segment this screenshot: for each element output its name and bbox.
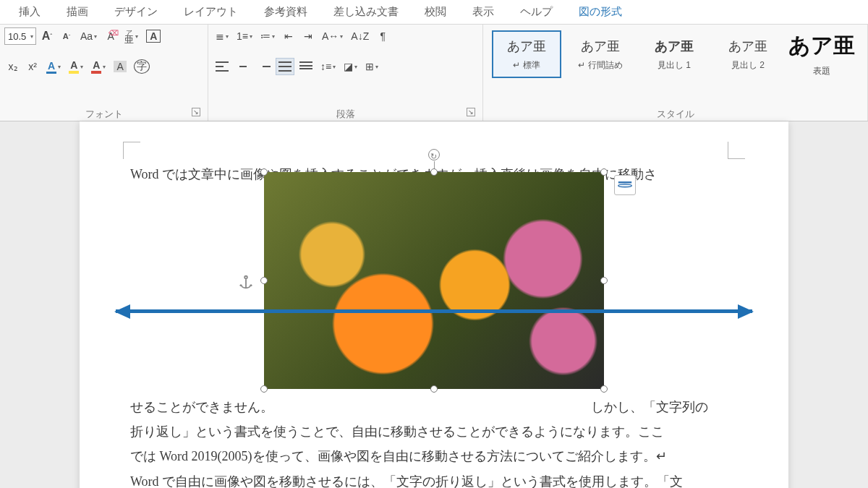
ribbon-tabs: 挿入 描画 デザイン レイアウト 参考資料 差し込み文書 校閲 表示 ヘルプ 図…: [0, 0, 868, 25]
font-size-combo[interactable]: 10.5: [4, 27, 36, 45]
styles-gallery[interactable]: あア亜 ↵ 標準 あア亜 ↵ 行間詰め あア亜 見出し 1 あア亜 見出し 2 …: [488, 27, 863, 78]
character-border-button[interactable]: A: [143, 27, 163, 45]
tab-insert[interactable]: 挿入: [6, 1, 54, 23]
group-styles: あア亜 ↵ 標準 あア亜 ↵ 行間詰め あア亜 見出し 1 あア亜 見出し 2 …: [483, 25, 868, 121]
anchor-icon[interactable]: [238, 273, 254, 289]
tab-help[interactable]: ヘルプ: [507, 1, 566, 23]
font-dialog-launcher[interactable]: ↘: [192, 108, 200, 116]
style-caption: ↵ 行間詰め: [578, 59, 622, 72]
style-caption: ↵ 標準: [513, 59, 540, 72]
show-marks-button[interactable]: ¶: [374, 27, 391, 45]
superscript-button[interactable]: x²: [24, 58, 41, 75]
resize-handle[interactable]: [600, 277, 608, 284]
increase-indent-button[interactable]: ⇥: [299, 27, 317, 45]
style-preview: あア亜: [728, 38, 767, 55]
document-viewport[interactable]: Word では文章中に画像や図を挿入することができますが、挿入直後は画像を自由に…: [0, 121, 868, 488]
bullets-button[interactable]: ≣: [213, 27, 231, 45]
group-font-label: フォント ↘: [4, 105, 203, 121]
font-size-value: 10.5: [8, 31, 26, 42]
shading-button[interactable]: ◪: [341, 58, 360, 75]
style-caption: 表題: [813, 65, 830, 77]
align-center-button[interactable]: [234, 58, 252, 75]
group-font: 10.5 Aˆ Aˇ Aa A⌫ ア亜 A x₂ x² A A A A 字: [0, 25, 208, 121]
page[interactable]: Word では文章中に画像や図を挿入することができますが、挿入直後は画像を自由に…: [80, 121, 788, 488]
align-right-button[interactable]: [255, 58, 273, 75]
layout-options-button[interactable]: [614, 175, 636, 195]
margin-corner-icon: [728, 142, 745, 159]
style-preview: あア亜: [581, 38, 620, 55]
phonetic-guide-button[interactable]: ア亜: [122, 27, 141, 45]
resize-handle[interactable]: [600, 385, 608, 393]
tab-review[interactable]: 校閲: [412, 1, 459, 23]
margin-corner-icon: [123, 142, 140, 159]
enclose-characters-button[interactable]: 字: [132, 58, 152, 75]
tab-view[interactable]: 表示: [459, 1, 507, 23]
paragraph-dialog-launcher[interactable]: ↘: [467, 108, 475, 116]
resize-handle[interactable]: [430, 168, 438, 176]
group-styles-label: スタイル: [488, 105, 863, 121]
body-text-span: しかし、「文字列の: [591, 400, 708, 414]
subscript-button[interactable]: x₂: [4, 58, 22, 75]
resize-handle[interactable]: [600, 168, 608, 176]
shrink-font-button[interactable]: Aˇ: [58, 27, 75, 45]
grow-font-button[interactable]: Aˆ: [38, 27, 56, 45]
text-effects-button[interactable]: A: [43, 58, 64, 75]
multilevel-list-button[interactable]: ≔: [258, 27, 278, 45]
distribute-button[interactable]: [297, 58, 315, 75]
align-justify-button[interactable]: [276, 58, 294, 75]
sort-button[interactable]: A↓Z: [348, 27, 372, 45]
character-shading-button[interactable]: A: [111, 58, 129, 75]
style-no-spacing[interactable]: あア亜 ↵ 行間詰め: [566, 30, 635, 78]
style-title[interactable]: あア亜 表題: [787, 30, 856, 78]
group-paragraph: ≣ 1≡ ≔ ⇤ ⇥ A↔ A↓Z ¶ ↕≡ ◪ ⊞ 段落 ↘: [208, 25, 483, 121]
style-normal[interactable]: あア亜 ↵ 標準: [492, 30, 561, 78]
line-spacing-button[interactable]: ↕≡: [318, 58, 339, 75]
tab-references[interactable]: 参考資料: [251, 1, 320, 23]
body-text-line: 折り返し」という書式を使うことで、自由に移動させることができるようになります。こ…: [130, 419, 738, 444]
change-case-button[interactable]: Aa: [77, 27, 100, 45]
body-text-line: Word で自由に画像や図を移動させるには、「文字の折り返し」という書式を使用し…: [130, 469, 738, 488]
ribbon: 10.5 Aˆ Aˇ Aa A⌫ ア亜 A x₂ x² A A A A 字: [0, 25, 868, 121]
style-heading-2[interactable]: あア亜 見出し 2: [713, 30, 783, 78]
font-color-button[interactable]: A: [88, 58, 109, 75]
resize-handle[interactable]: [260, 277, 268, 284]
tab-picture-format[interactable]: 図の形式: [566, 1, 635, 23]
body-text-span: せることができません。: [130, 400, 273, 414]
style-preview: あア亜: [788, 31, 855, 61]
body-text-line: では Word 2019(2005)を使って、画像や図を自由に移動させる方法につ…: [130, 444, 738, 468]
decrease-indent-button[interactable]: ⇤: [280, 27, 297, 45]
highlight-button[interactable]: A: [66, 58, 86, 75]
resize-handle[interactable]: [260, 168, 268, 176]
tab-design[interactable]: デザイン: [101, 1, 171, 23]
inserted-image[interactable]: [264, 172, 604, 389]
image-content: [264, 172, 604, 389]
style-heading-1[interactable]: あア亜 見出し 1: [639, 30, 709, 78]
clear-formatting-button[interactable]: A⌫: [102, 27, 119, 45]
tab-layout[interactable]: レイアウト: [171, 1, 251, 23]
resize-handle[interactable]: [260, 385, 268, 393]
rotate-handle-icon[interactable]: [428, 149, 440, 160]
borders-button[interactable]: ⊞: [362, 58, 381, 75]
svg-rect-0: [618, 181, 631, 184]
asian-layout-button[interactable]: A↔: [319, 27, 346, 45]
style-caption: 見出し 1: [658, 59, 691, 72]
numbering-button[interactable]: 1≡: [234, 27, 255, 45]
style-caption: 見出し 2: [731, 59, 765, 72]
tab-draw[interactable]: 描画: [54, 1, 101, 23]
align-left-button[interactable]: [213, 58, 231, 75]
style-preview: あア亜: [655, 38, 694, 55]
resize-handle[interactable]: [430, 385, 438, 393]
horizontal-arrow-annotation: [116, 309, 752, 313]
body-text: せることができません。 しかし、「文字列の 折り返し」という書式を使うことで、自…: [130, 395, 738, 488]
style-preview: あア亜: [507, 38, 546, 55]
tab-mailings[interactable]: 差し込み文書: [320, 1, 412, 23]
group-paragraph-label: 段落 ↘: [213, 105, 478, 121]
